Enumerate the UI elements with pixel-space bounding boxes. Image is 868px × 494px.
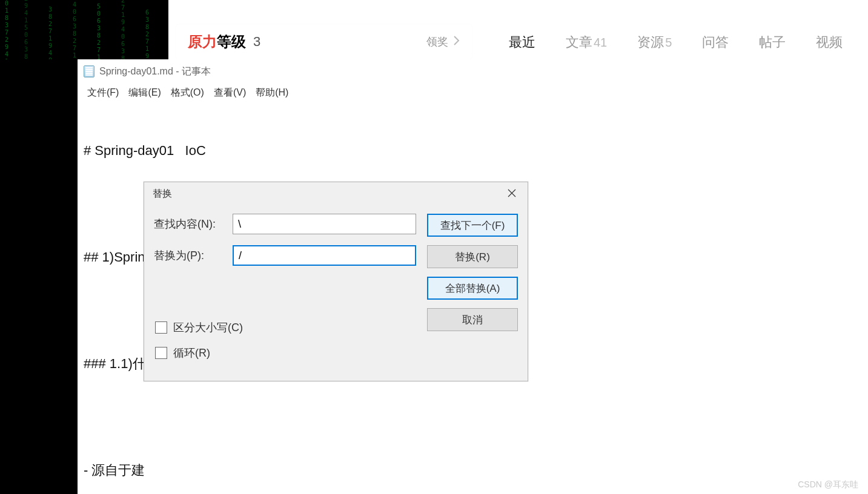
find-next-button[interactable]: 查找下一个(F): [427, 214, 518, 237]
tab-posts[interactable]: 帖子: [759, 33, 786, 51]
top-nav-tabs: 最近 文章41 资源5 问答 帖子 视频: [485, 27, 868, 58]
notepad-icon: [84, 65, 94, 77]
find-input[interactable]: [233, 214, 416, 234]
menu-file[interactable]: 文件(F): [84, 85, 122, 100]
tab-videos[interactable]: 视频: [816, 33, 843, 51]
tab-resources[interactable]: 资源5: [637, 33, 672, 51]
case-checkbox-row[interactable]: 区分大小写(C): [155, 320, 416, 335]
notepad-title: Spring-day01.md - 记事本: [99, 65, 211, 78]
replace-input[interactable]: [233, 245, 416, 266]
menu-view[interactable]: 查看(V): [210, 85, 250, 100]
matrix-background-strip: [0, 59, 78, 494]
award-link[interactable]: 领奖: [426, 35, 460, 49]
checkbox-icon: [155, 347, 167, 359]
replace-label: 替换为(P):: [154, 248, 233, 263]
notepad-titlebar[interactable]: Spring-day01.md - 记事本: [78, 59, 868, 84]
dialog-title: 替换: [153, 188, 172, 200]
chevron-right-icon: [453, 35, 460, 49]
tab-recent[interactable]: 最近: [509, 33, 535, 51]
menu-edit[interactable]: 编辑(E): [125, 85, 164, 100]
watermark: CSDN @耳东哇: [798, 479, 858, 490]
replace-dialog: 替换 查找内容(N): 替换为(P): 区分大小写(C): [144, 182, 528, 381]
close-icon: [508, 188, 516, 200]
tab-qa[interactable]: 问答: [702, 33, 729, 51]
find-label: 查找内容(N):: [154, 217, 233, 231]
close-button[interactable]: [498, 184, 526, 203]
rank-value: 3: [253, 34, 260, 50]
menu-format[interactable]: 格式(O): [167, 85, 208, 100]
rank-label: 原力等级: [188, 32, 246, 51]
content-line: - 源自于建: [84, 461, 862, 480]
wrap-checkbox-row[interactable]: 循环(R): [155, 346, 416, 360]
case-label: 区分大小写(C): [173, 320, 243, 335]
notepad-menubar: 文件(F) 编辑(E) 格式(O) 查看(V) 帮助(H): [78, 84, 868, 102]
dialog-titlebar[interactable]: 替换: [144, 182, 528, 205]
tab-articles[interactable]: 文章41: [566, 33, 607, 51]
cancel-button[interactable]: 取消: [427, 308, 518, 331]
award-label: 领奖: [426, 35, 448, 49]
replace-all-button[interactable]: 全部替换(A): [427, 277, 518, 300]
wrap-label: 循环(R): [173, 346, 210, 360]
rank-card: 原力等级 3 领奖: [176, 24, 472, 59]
menu-help[interactable]: 帮助(H): [252, 85, 292, 100]
checkbox-icon: [155, 321, 167, 334]
replace-button[interactable]: 替换(R): [427, 245, 518, 268]
content-line: # Spring-day01 IoC: [84, 142, 862, 160]
